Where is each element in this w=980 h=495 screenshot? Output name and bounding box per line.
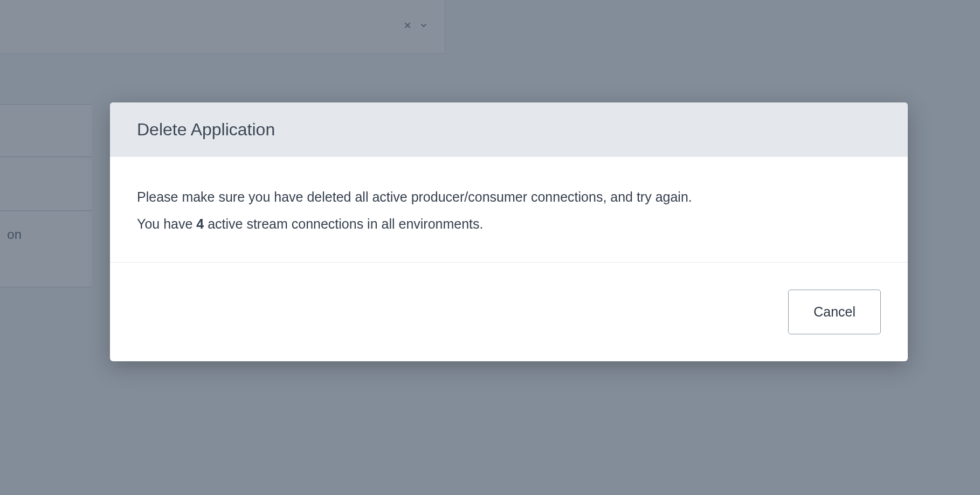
modal-message-line-1: Please make sure you have deleted all ac… <box>137 187 881 208</box>
cancel-button[interactable]: Cancel <box>788 290 881 334</box>
modal-title: Delete Application <box>137 120 881 140</box>
modal-overlay[interactable]: Delete Application Please make sure you … <box>0 0 980 495</box>
modal-body: Please make sure you have deleted all ac… <box>110 157 908 263</box>
active-connection-count: 4 <box>196 216 204 231</box>
modal-header: Delete Application <box>110 102 908 157</box>
delete-application-modal: Delete Application Please make sure you … <box>110 102 908 361</box>
modal-message-line-2: You have 4 active stream connections in … <box>137 214 881 235</box>
modal-footer: Cancel <box>110 263 908 361</box>
